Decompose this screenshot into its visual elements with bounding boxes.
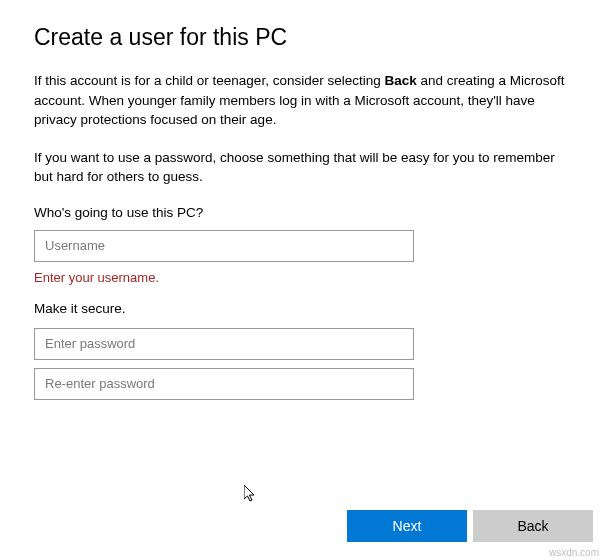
- back-button[interactable]: Back: [473, 510, 593, 542]
- desc1-bold: Back: [384, 73, 416, 88]
- footer-buttons: Next Back: [347, 510, 593, 542]
- password-section-label: Make it secure.: [34, 301, 575, 316]
- next-button[interactable]: Next: [347, 510, 467, 542]
- page-title: Create a user for this PC: [34, 24, 575, 51]
- username-input[interactable]: [34, 230, 414, 262]
- username-error-text: Enter your username.: [34, 270, 575, 285]
- cursor-icon: [244, 485, 258, 507]
- password-confirm-input[interactable]: [34, 368, 414, 400]
- description-password-hint: If you want to use a password, choose so…: [34, 148, 575, 187]
- description-child-account: If this account is for a child or teenag…: [34, 71, 575, 130]
- password-input[interactable]: [34, 328, 414, 360]
- desc1-pre: If this account is for a child or teenag…: [34, 73, 384, 88]
- username-section-label: Who's going to use this PC?: [34, 205, 575, 220]
- watermark: wsxdn.com: [549, 547, 599, 558]
